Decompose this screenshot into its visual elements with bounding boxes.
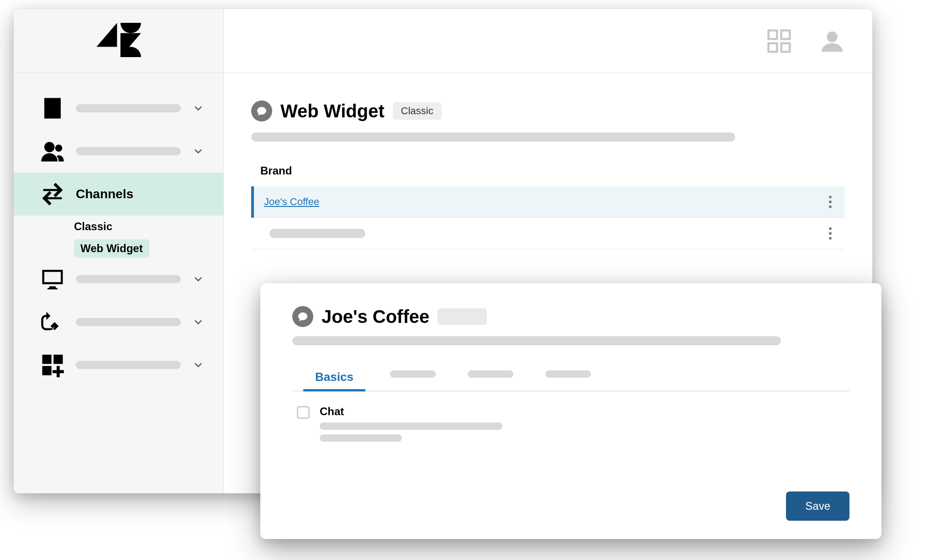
- products-icon[interactable]: [766, 28, 792, 54]
- sidebar: Channels Classic Web Widget: [14, 9, 224, 493]
- people-icon: [40, 139, 65, 164]
- building-icon: [40, 96, 65, 121]
- nav-label-placeholder: [76, 361, 181, 369]
- nav-list: Channels Classic Web Widget: [14, 73, 223, 386]
- svg-point-14: [829, 232, 832, 235]
- sidebar-item-people[interactable]: [14, 130, 223, 173]
- chat-bubble-icon: [292, 306, 313, 327]
- nav-label-placeholder: [76, 147, 181, 155]
- channels-icon: [40, 182, 65, 206]
- sidebar-item-account[interactable]: [14, 87, 223, 130]
- svg-rect-4: [42, 366, 52, 375]
- apps-add-icon: [40, 353, 65, 377]
- tabbar: Basics: [292, 364, 849, 391]
- sidebar-item-workspaces[interactable]: [14, 258, 223, 301]
- section-label-brand: Brand: [260, 164, 845, 177]
- routing-icon: [40, 310, 65, 334]
- tab-placeholder[interactable]: [468, 370, 513, 378]
- svg-rect-7: [769, 43, 777, 52]
- panel-description-placeholder: [292, 336, 781, 345]
- nav-label-placeholder: [76, 104, 181, 112]
- option-desc-placeholder: [320, 423, 502, 430]
- svg-rect-5: [769, 30, 777, 39]
- svg-rect-3: [53, 355, 63, 364]
- brand-row[interactable]: [251, 218, 845, 249]
- brand-settings-panel: Joe's Coffee Basics Chat Save: [260, 283, 881, 539]
- topbar: [224, 9, 872, 73]
- chevron-down-icon: [192, 145, 205, 158]
- panel-header: Joe's Coffee: [292, 306, 849, 327]
- chevron-down-icon: [192, 359, 205, 371]
- svg-rect-2: [42, 355, 52, 364]
- sidebar-subitem-web-widget[interactable]: Web Widget: [74, 239, 149, 258]
- nav-label-placeholder: [76, 275, 181, 283]
- sidebar-item-objects-rules[interactable]: [14, 301, 223, 343]
- profile-icon[interactable]: [819, 28, 845, 54]
- chevron-down-icon: [192, 273, 205, 285]
- nav-label: Channels: [76, 187, 210, 201]
- logo-area: [14, 9, 223, 73]
- nav-label-placeholder: [76, 318, 181, 326]
- svg-rect-8: [781, 43, 790, 52]
- svg-point-1: [55, 144, 63, 152]
- brand-row-selected[interactable]: Joe's Coffee: [251, 186, 845, 218]
- more-icon[interactable]: [828, 195, 832, 209]
- panel-title: Joe's Coffee: [322, 306, 429, 327]
- brand-name-placeholder: [269, 229, 365, 238]
- svg-rect-6: [781, 30, 790, 39]
- sidebar-sublist-channels: Classic Web Widget: [14, 216, 223, 258]
- svg-point-13: [829, 227, 832, 230]
- svg-point-12: [829, 206, 832, 208]
- svg-point-0: [44, 142, 55, 153]
- chevron-down-icon: [192, 102, 205, 115]
- monitor-icon: [40, 267, 65, 291]
- option-body: Chat: [320, 405, 502, 442]
- chat-checkbox[interactable]: [297, 406, 310, 419]
- svg-point-9: [827, 32, 837, 42]
- sidebar-subitem-classic[interactable]: Classic: [74, 216, 223, 238]
- classic-badge: Classic: [393, 102, 442, 120]
- brand-link[interactable]: Joe's Coffee: [264, 196, 319, 208]
- page-title: Web Widget: [280, 101, 385, 122]
- tab-placeholder[interactable]: [545, 370, 591, 378]
- svg-point-11: [829, 201, 832, 203]
- svg-point-10: [829, 195, 832, 198]
- sidebar-item-channels[interactable]: Channels: [14, 173, 223, 216]
- option-label-chat: Chat: [320, 405, 502, 418]
- option-chat: Chat: [292, 405, 849, 442]
- page-description-placeholder: [251, 132, 735, 142]
- page-header: Web Widget Classic: [251, 100, 845, 122]
- sidebar-item-apps[interactable]: [14, 343, 223, 386]
- panel-footer: Save: [292, 491, 849, 521]
- tab-placeholder[interactable]: [390, 370, 436, 378]
- zendesk-logo-icon: [96, 23, 142, 59]
- chat-bubble-icon: [251, 100, 272, 122]
- tab-basics[interactable]: Basics: [311, 364, 358, 391]
- more-icon[interactable]: [828, 226, 832, 241]
- option-desc-placeholder: [320, 434, 402, 442]
- svg-point-15: [829, 237, 832, 240]
- chevron-down-icon: [192, 316, 205, 328]
- panel-badge-placeholder: [438, 308, 487, 325]
- content: Web Widget Classic Brand Joe's Coffee: [224, 73, 872, 268]
- save-button[interactable]: Save: [786, 491, 849, 521]
